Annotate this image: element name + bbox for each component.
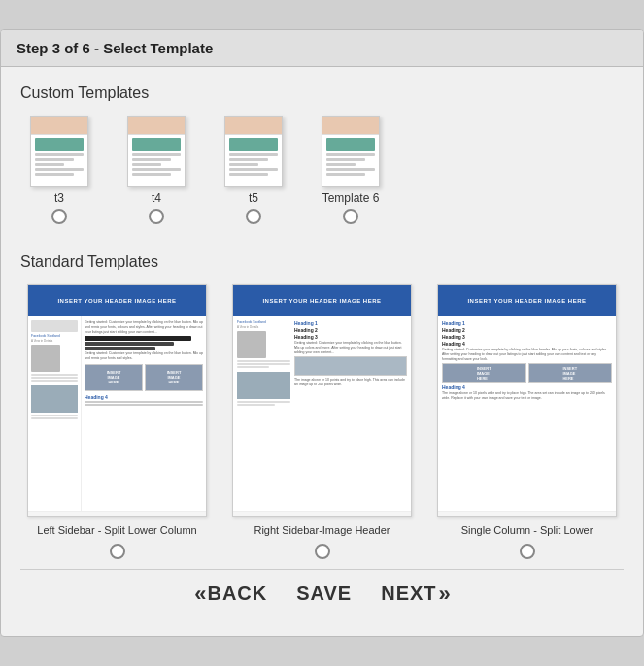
h5-3: Heading 4 [442,384,612,390]
template-label-t3: t3 [54,191,64,205]
split-imgs-3: INSERTIMAGEHERE INSERTIMAGEHERE [442,363,612,383]
col-left-2: Facebook Scotland A View in Details [237,320,290,407]
std-label-single-column: Single Column - Split Lower [461,523,593,537]
footer-links-1 [28,511,206,516]
std-header-img-1: INSERT YOUR HEADER IMAGE HERE [28,285,206,316]
intro-text-1: Getting started: Customize your template… [85,320,203,335]
heading-3 [85,347,155,350]
body-text-3b: The image above or 10 pixels wide and tr… [442,391,612,401]
address-block: Heading 4 [85,394,203,406]
body-text-2b: The image above or 10 points and try to … [294,378,407,387]
template-item-template6: Template 6 [322,116,380,224]
template-item-t5: t5 [224,116,283,224]
landscape-2 [237,372,290,399]
sidebar-col: Facebook Scotland A View in Details [28,316,82,516]
h4-3: Heading 4 [442,341,612,347]
save-button[interactable]: SAVE [296,583,352,605]
h1-2: Heading 1 [294,320,407,326]
text-line-1 [85,401,203,403]
std-thumb-right-sidebar[interactable]: INSERT YOUR HEADER IMAGE HERE Facebook S… [232,284,412,517]
h2-3: Heading 2 [442,327,612,333]
radio-t5[interactable] [246,209,261,224]
next-icon: » [439,582,450,607]
template-label-t4: t4 [152,191,161,205]
std-header-text-3: INSERT YOUR HEADER IMAGE HERE [467,298,586,304]
radio-template6[interactable] [343,209,358,224]
col-right-2: Heading 1 Heading 2 Heading 3 Getting st… [294,320,407,407]
std-header-text-1: INSERT YOUR HEADER IMAGE HERE [57,298,176,304]
template-thumb-t4[interactable] [127,116,186,187]
std-label-left-sidebar: Left Sidebar - Split Lower Column [37,523,196,537]
std-template-right-sidebar: INSERT YOUR HEADER IMAGE HERE Facebook S… [225,284,419,558]
sidebar-photo [31,345,60,372]
next-label: NEXT [381,583,436,605]
radio-left-sidebar[interactable] [110,544,125,559]
main-container: Step 3 of 6 - Select Template Custom Tem… [0,29,644,636]
h3-3: Heading 3 [442,334,612,340]
sidebar-text-1 [31,374,78,376]
template-label-t5: t5 [249,191,258,205]
sidebar-text-2 [31,377,78,379]
split-img-1: INSERTIMAGEHERE [85,364,143,391]
sidebar-text-3 [31,380,78,382]
std-thumb-left-sidebar[interactable]: INSERT YOUR HEADER IMAGE HERE Facebook S… [27,284,207,517]
page-header: Step 3 of 6 - Select Template [1,30,643,67]
body-text-1: Getting started: Customize your template… [85,351,203,361]
bottom-nav: « BACK SAVE NEXT » [20,569,624,622]
split-images-row: INSERTIMAGEHERE INSERTIMAGEHERE [85,364,203,391]
template-item-t4: t4 [127,116,186,224]
std-template-single-column: INSERT YOUR HEADER IMAGE HERE Heading 1 … [430,284,624,558]
back-label: BACK [207,583,267,605]
std-template-left-sidebar: INSERT YOUR HEADER IMAGE HERE Facebook S… [20,284,214,558]
template-thumb-t5[interactable] [224,116,283,187]
heading-1 [85,336,191,341]
s-text-3 [237,366,269,368]
body-text-2: Getting started: Customize your template… [294,341,407,355]
template-thumb-template6[interactable] [322,116,380,187]
back-icon: « [194,582,205,607]
standard-templates-title: Standard Templates [20,253,624,271]
h2-2: Heading 2 [294,327,407,333]
template-thumb-t3[interactable] [30,116,88,187]
sidebar-text-5 [31,417,78,419]
template-item-t3: t3 [30,116,88,224]
body-row-1: Facebook Scotland A View in Details [28,316,206,516]
body-text-3: Getting started: Customize your template… [442,348,612,362]
split-img-2: INSERTIMAGEHERE [145,364,203,391]
footer-links-2 [233,511,411,516]
sidebar-landscape [31,385,78,413]
next-button[interactable]: NEXT » [381,582,450,607]
heading-4: Heading 4 [85,394,203,400]
std-thumb-single-column[interactable]: INSERT YOUR HEADER IMAGE HERE Heading 1 … [437,284,617,517]
radio-right-sidebar[interactable] [315,544,330,559]
footer-links-3 [438,511,616,516]
photo-2 [237,331,266,358]
h3-2: Heading 3 [294,334,407,340]
std-label-right-sidebar: Right Sidebar-Image Header [254,523,390,537]
s-text-2 [237,363,290,365]
two-col-2: Facebook Scotland A View in Details [237,320,407,407]
std-header-text-2: INSERT YOUR HEADER IMAGE HERE [262,298,381,304]
radio-t3[interactable] [51,209,67,224]
sidebar-logo [31,320,78,332]
heading-2 [85,342,174,346]
back-button[interactable]: « BACK [194,582,267,607]
template-label-template6: Template 6 [322,191,380,205]
s-text-1 [237,360,290,362]
body-content-2: Facebook Scotland A View in Details [233,316,411,411]
std-header-img-3: INSERT YOUR HEADER IMAGE HERE [438,285,616,316]
s-text-4 [237,401,290,403]
custom-templates-row: t3 t4 [20,116,624,224]
radio-single-column[interactable] [520,544,535,559]
content-area: Custom Templates t3 [1,67,643,635]
text-line-2 [85,404,203,406]
standard-templates-row: INSERT YOUR HEADER IMAGE HERE Facebook S… [20,284,624,558]
main-content-col: Getting started: Customize your template… [82,316,206,516]
small-img-2a [294,356,407,376]
split-img-3a: INSERTIMAGEHERE [442,363,526,383]
std-header-img-2: INSERT YOUR HEADER IMAGE HERE [233,285,411,316]
small-imgs-2 [294,356,407,376]
page-title: Step 3 of 6 - Select Template [17,40,213,56]
h1-3: Heading 1 [442,320,612,326]
radio-t4[interactable] [149,209,164,224]
